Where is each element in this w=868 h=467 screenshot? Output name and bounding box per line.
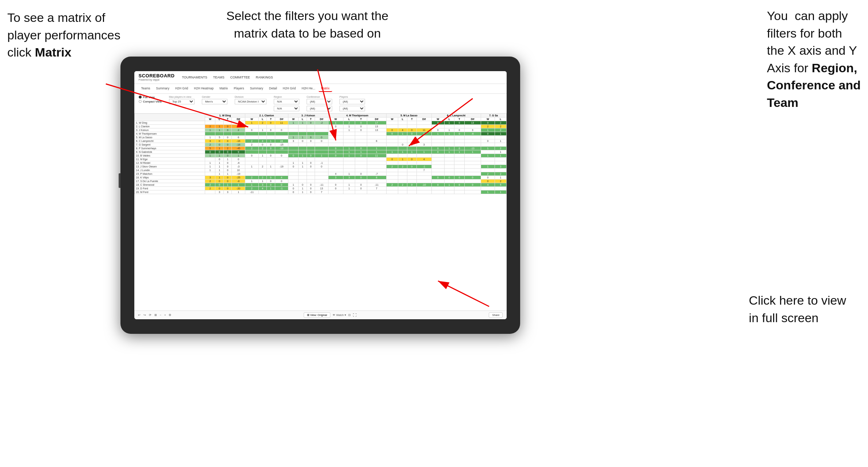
plus-icon[interactable]: + (164, 313, 166, 317)
toolbar-right: Share (489, 312, 503, 318)
nav-rankings[interactable]: RANKINGS (256, 76, 273, 79)
max-players-filter: Max players in view Top 25 (169, 96, 195, 104)
tab-h2h-he[interactable]: H2H He... (299, 85, 318, 92)
fullscreen-icon[interactable]: ⛶ (353, 313, 357, 317)
player-name: 15. P Maichon (134, 172, 205, 175)
toolbar-center: ⊞ View: Original 👁 Watch ▾ ⊡ ⛶ (304, 312, 357, 318)
players-select-1[interactable]: (All) (339, 99, 365, 104)
tab-h2h-grid[interactable]: H2H Grid (173, 85, 191, 92)
players-select-2[interactable]: (All) (339, 106, 365, 111)
nav-tournaments[interactable]: TOURNAMENTS (182, 76, 207, 79)
player-name: 14. J Lundin (134, 168, 205, 172)
player-name: 6. C Lamprecht (134, 139, 205, 143)
tab-h2h-heatmap[interactable]: H2H Heatmap (191, 85, 216, 92)
filter-bar: Full View Compact View Max players in vi… (134, 94, 507, 113)
table-row: 7. G Sargent 200-16 200-15 003 (134, 143, 506, 146)
table-row: 14. J Lundin 11010 7 (134, 168, 506, 172)
subh-d1: Dif (232, 117, 245, 121)
tab-teams[interactable]: Teams (139, 85, 153, 92)
table-row: 19. D Ford 200-20 241-1 01013 0107 (134, 186, 506, 190)
grid-icon[interactable]: ⊞ (154, 313, 157, 317)
region-select-2[interactable]: N/A (274, 106, 299, 111)
conference-select-1[interactable]: (All) (307, 99, 332, 104)
tab-h2h-grid2[interactable]: H2H Grid (280, 85, 298, 92)
player-name: 5. M La Sasso (134, 135, 205, 139)
table-row: 8. P Summerhays 512-45 220-16 0101 010-1… (134, 146, 506, 150)
subh-l5: L (398, 117, 407, 121)
player-name: 10. B Valdes (134, 154, 205, 157)
player-name: 20. M Ford (134, 190, 205, 194)
table-row: 1. W Ding 12011 110-2 12017 01013 02 (134, 121, 506, 124)
max-players-label: Max players in view (169, 96, 195, 98)
layout-icon[interactable]: ⊡ (348, 313, 351, 317)
table-row: 10. B Valdes 1101 0100 0101 01011 11 (134, 154, 506, 157)
subh-w3: W (288, 117, 299, 121)
tab-summary2[interactable]: Summary (247, 85, 266, 92)
subh-l7: L (495, 117, 506, 121)
watch-button[interactable]: 👁 Watch ▾ (333, 313, 346, 317)
table-row: 9. N Gabrelcik 0009 0111 1111 0111 1 (134, 150, 506, 154)
player-name: 3. J Koivun (134, 128, 205, 132)
toolbar-left: ↩ ↪ ⟳ ⊞ − + ⚙ (138, 313, 172, 317)
tablet-frame: SCOREBOARD Powered by clippd TOURNAMENTS… (120, 57, 520, 334)
scoreboard-header: SCOREBOARD Powered by clippd TOURNAMENTS… (134, 71, 507, 84)
tab-detail[interactable]: Detail (266, 85, 280, 92)
tab-matrix[interactable]: Matrix (217, 85, 230, 92)
tab-matrix2[interactable]: Matrix (319, 85, 332, 92)
sub-tabs-bar: Teams Summary H2H Grid H2H Heatmap Matri… (134, 84, 507, 94)
subh-l2: L (258, 117, 266, 121)
nav-teams[interactable]: TEAMS (213, 76, 224, 79)
compact-view-option[interactable]: Compact View (139, 100, 162, 103)
full-view-radio[interactable] (139, 96, 142, 99)
region-select-1[interactable]: N/A (274, 99, 299, 104)
subh-t1: T (223, 117, 231, 121)
view-original-button[interactable]: ⊞ View: Original (304, 312, 330, 318)
col-header-1: 1. W Ding (205, 113, 245, 117)
settings-icon[interactable]: ⚙ (169, 313, 171, 317)
tablet-side-button (119, 173, 120, 188)
compact-view-radio[interactable] (139, 100, 142, 103)
full-view-option[interactable]: Full View (139, 96, 162, 99)
player-name: 12. M Riedel (134, 161, 205, 165)
division-select[interactable]: NCAA Division I (235, 99, 266, 104)
subh-w2: W (245, 117, 258, 121)
region-filter: Region N/A N/A (274, 96, 299, 111)
subh-t6: T (454, 117, 465, 121)
nav-committee[interactable]: COMMITTEE (230, 76, 250, 79)
undo-icon[interactable]: ↩ (138, 313, 141, 317)
col-header-2: 2. L Clanton (245, 113, 288, 117)
player-name: 19. D Ford (134, 186, 205, 190)
full-view-label: Full View (143, 96, 155, 99)
player-name: 4. M Thorbjornsen (134, 132, 205, 135)
subh-l3: L (299, 117, 307, 121)
redo-icon[interactable]: ↪ (143, 313, 146, 317)
player-name: 8. P Summerhays (134, 146, 205, 150)
annotation-top-center: Select the filters you want the matrix d… (226, 7, 388, 42)
annotation-top-left: To see a matrix of player performances c… (7, 9, 120, 61)
subh-w1: W (205, 117, 215, 121)
subh-d2: Dif (275, 117, 288, 121)
table-row: 12. M Riedel 110-6 110-1 (134, 161, 506, 165)
conference-label: Conference (307, 96, 332, 98)
refresh-icon[interactable]: ⟳ (149, 313, 151, 317)
col-header-7: 7. G Sa (481, 113, 506, 117)
max-players-select[interactable]: Top 25 (169, 99, 195, 104)
player-name: 2. L Clanton (134, 124, 205, 128)
tab-summary[interactable]: Summary (154, 85, 172, 92)
subh-t5: T (407, 117, 416, 121)
share-button[interactable]: Share (489, 312, 503, 318)
conference-select-2[interactable]: (All) (307, 106, 332, 111)
subh-t2: T (267, 117, 275, 121)
subh-l1: L (215, 117, 223, 121)
bottom-toolbar: ↩ ↪ ⟳ ⊞ − + ⚙ ⊞ View: Original 👁 Watch ▾… (134, 310, 507, 319)
logo-sub-text: Powered by clippd (139, 78, 175, 81)
player-name: 9. N Gabrelcik (134, 150, 205, 154)
subh-l4: L (343, 117, 355, 121)
tab-players[interactable]: Players (231, 85, 246, 92)
gender-select[interactable]: Men's (202, 99, 227, 104)
table-row: 16. K Vilips 310-25 2204 3308 0000 01 (134, 175, 506, 179)
subh-t4: T (355, 117, 367, 121)
minus-icon[interactable]: − (160, 313, 161, 317)
subh-d3: Dif (315, 117, 329, 121)
table-row: 5. M La Sasso 1506 1100 (134, 135, 506, 139)
